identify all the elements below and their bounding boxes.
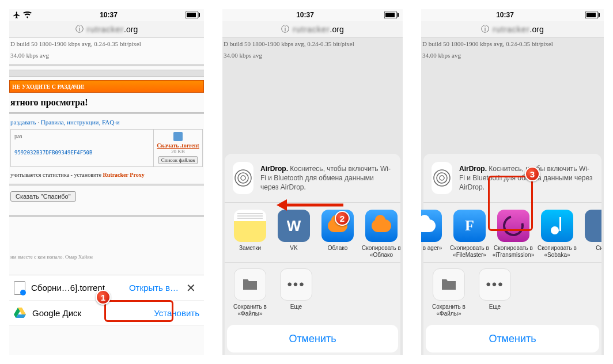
share-sheet: AirDrop. Коснитесь, чтобы включить Wi-Fi…: [423, 154, 601, 355]
info-icon: ⓘ: [281, 24, 289, 35]
svg-point-7: [238, 173, 248, 183]
install-button[interactable]: Установить: [154, 308, 199, 318]
file-icon: [14, 281, 25, 295]
svg-point-8: [235, 170, 251, 186]
airdrop-description: AirDrop. Коснитесь, чтобы включить Wi-Fi…: [260, 164, 392, 192]
annotation-2: 2: [335, 211, 350, 226]
download-torrent-link[interactable]: Скачать .torrent: [156, 142, 200, 149]
share-sheet: AirDrop. Коснитесь, чтобы включить Wi-Fi…: [225, 154, 400, 355]
proxy-link[interactable]: Rutracker Proxy: [103, 172, 145, 178]
airdrop-icon[interactable]: [233, 162, 253, 194]
annotation-arrow-left: [275, 198, 345, 212]
help-links[interactable]: раздавать · Правила, инструкции, FAQ-и: [9, 117, 204, 127]
file-list-button[interactable]: Список файлов: [158, 156, 198, 164]
share-app-sobaka[interactable]: Скопировать в «Sobaka»: [535, 210, 579, 259]
airplane-icon: [13, 11, 21, 19]
info-icon: ⓘ: [75, 24, 84, 35]
banner: НЕ УХОДИТЕ С РАЗДАЧИ!: [9, 80, 204, 93]
airdrop-icon[interactable]: [432, 162, 452, 194]
phone-screen-1: 10:37 ⓘ rutracker.org D build 50 1800-19…: [9, 9, 204, 355]
svg-point-13: [440, 176, 444, 180]
share-app-filemaster[interactable]: FСкопировать в «FileMaster»: [448, 210, 491, 259]
battery-icon: [585, 12, 600, 18]
battery-icon: [186, 12, 200, 18]
svg-rect-5: [398, 13, 399, 17]
share-app-vk[interactable]: WVK: [272, 210, 316, 259]
status-bar: 10:37: [222, 9, 403, 21]
action-more[interactable]: •••Еще: [274, 268, 318, 317]
close-download-button[interactable]: ✕: [182, 281, 199, 295]
thanks-button[interactable]: Сказать "Спасибо": [10, 191, 76, 202]
svg-point-15: [434, 170, 450, 186]
status-time: 10:37: [100, 11, 118, 19]
status-bar: 10:37: [421, 9, 604, 21]
svg-rect-11: [586, 13, 596, 17]
open-in-button[interactable]: Открыть в…: [126, 280, 182, 295]
torrent-box: раз 9592032B37DFB09349EF4F50B Скачать .t…: [10, 129, 203, 167]
url-bar[interactable]: ⓘ rutracker.org: [9, 21, 204, 38]
annotation-3: 3: [525, 166, 540, 181]
svg-rect-2: [199, 13, 200, 17]
downloaded-filename: Сборни…6].torrent: [31, 283, 126, 293]
annotation-1: 1: [96, 290, 111, 305]
svg-rect-1: [187, 13, 196, 17]
google-drive-icon: [14, 308, 27, 319]
wifi-icon: [23, 12, 32, 18]
share-app-notes[interactable]: Заметки: [228, 210, 272, 259]
info-icon: ⓘ: [481, 24, 489, 35]
share-app-ager[interactable]: вать в ager»: [421, 210, 448, 259]
svg-point-6: [241, 176, 245, 180]
svg-point-14: [437, 173, 447, 183]
svg-rect-4: [385, 13, 395, 17]
share-app-itransmission[interactable]: Скопировать в «iTransmission»: [491, 210, 535, 259]
torrent-hash[interactable]: 9592032B37DFB09349EF4F50B: [14, 150, 150, 156]
share-actions-row[interactable]: Сохранить в «Файлы» •••Еще: [423, 263, 601, 325]
url-bar[interactable]: ⓘ rutracker.org: [222, 21, 403, 38]
action-more[interactable]: •••Еще: [473, 268, 517, 317]
svg-rect-12: [599, 13, 600, 17]
gdrive-label: Google Диск: [32, 308, 154, 318]
phone-screen-3: 10:37 ⓘ rutracker.org D build 50 1800-19…: [421, 9, 604, 355]
url-bar[interactable]: ⓘ rutracker.org: [421, 21, 604, 38]
share-actions-row[interactable]: Сохранить в «Файлы» •••Еще: [225, 263, 400, 325]
cancel-button[interactable]: Отменить: [426, 325, 599, 352]
cancel-button[interactable]: Отменить: [227, 325, 398, 352]
action-save-files[interactable]: Сохранить в «Файлы»: [427, 268, 471, 317]
share-app-partial[interactable]: Ско: [579, 210, 601, 259]
share-app-cloud-copy[interactable]: Скопировать в «Облако: [360, 210, 400, 259]
action-save-files[interactable]: Сохранить в «Файлы»: [228, 268, 272, 317]
floppy-icon: [173, 132, 183, 141]
page-heading: ятного просмотра!: [10, 97, 203, 108]
battery-icon: [384, 12, 399, 18]
share-apps-row[interactable]: вать в ager» FСкопировать в «FileMaster»…: [421, 203, 601, 262]
phone-screen-2: 10:37 ⓘ rutracker.org D build 50 1800-19…: [222, 9, 403, 355]
status-bar: 10:37: [9, 9, 204, 21]
